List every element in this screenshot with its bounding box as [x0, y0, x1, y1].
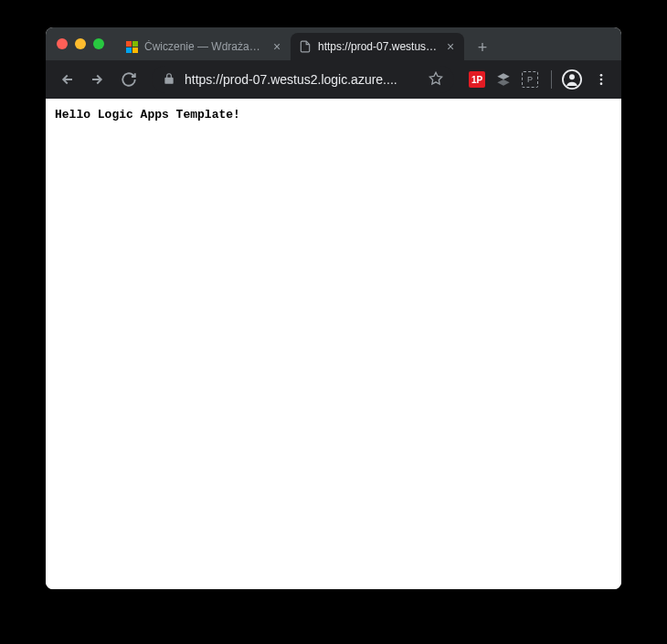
- svg-point-4: [569, 74, 575, 79]
- browser-window: Ćwiczenie — Wdrażanie i eksportowanie × …: [46, 27, 621, 589]
- window-maximize-button[interactable]: [93, 38, 104, 49]
- bookmark-star-icon[interactable]: [429, 71, 443, 89]
- svg-point-5: [600, 74, 603, 77]
- tab-title: https://prod-07.westus2.logic: [318, 40, 439, 53]
- tab-inactive[interactable]: Ćwiczenie — Wdrażanie i eksportowanie ×: [117, 33, 291, 60]
- svg-point-7: [600, 82, 603, 85]
- svg-marker-2: [429, 72, 441, 84]
- pixel-extension-icon[interactable]: P: [522, 71, 538, 88]
- new-tab-button[interactable]: +: [470, 35, 495, 60]
- extension-icons: 1P P: [463, 70, 544, 89]
- kebab-menu-icon: [594, 72, 609, 87]
- toolbar-divider: [551, 70, 552, 89]
- arrow-right-icon: [90, 71, 106, 88]
- tab-active[interactable]: https://prod-07.westus2.logic ×: [291, 33, 464, 60]
- chrome-top: Ćwiczenie — Wdrażanie i eksportowanie × …: [46, 27, 621, 99]
- svg-point-6: [600, 79, 603, 81]
- tab-title: Ćwiczenie — Wdrażanie i eksportowanie: [144, 40, 265, 53]
- window-controls: [57, 38, 117, 49]
- page-content: Hello Logic Apps Template!: [46, 99, 621, 589]
- chrome-menu-button[interactable]: [588, 67, 614, 92]
- page-body-text: Hello Logic Apps Template!: [55, 108, 612, 121]
- reload-button[interactable]: [115, 66, 143, 93]
- buffer-extension-icon[interactable]: [494, 70, 513, 89]
- window-close-button[interactable]: [57, 38, 68, 49]
- microsoft-favicon-icon: [124, 39, 139, 54]
- toolbar: https://prod-07.westus2.logic.azure.... …: [46, 60, 621, 99]
- profile-icon: [562, 69, 582, 90]
- reload-icon: [121, 71, 137, 88]
- forward-button[interactable]: [84, 66, 111, 93]
- address-bar[interactable]: https://prod-07.westus2.logic.azure....: [152, 66, 454, 93]
- tab-bar: Ćwiczenie — Wdrażanie i eksportowanie × …: [46, 27, 621, 60]
- lock-icon: [163, 72, 175, 88]
- url-text: https://prod-07.westus2.logic.azure....: [185, 72, 419, 87]
- onepassword-extension-icon[interactable]: 1P: [469, 71, 485, 88]
- tab-close-icon[interactable]: ×: [270, 40, 283, 53]
- back-button[interactable]: [53, 66, 80, 93]
- arrow-left-icon: [58, 71, 75, 88]
- window-minimize-button[interactable]: [75, 38, 86, 49]
- tab-close-icon[interactable]: ×: [444, 40, 457, 53]
- tabs-container: Ćwiczenie — Wdrażanie i eksportowanie × …: [117, 27, 495, 60]
- profile-button[interactable]: [559, 67, 585, 92]
- file-favicon-icon: [298, 39, 312, 54]
